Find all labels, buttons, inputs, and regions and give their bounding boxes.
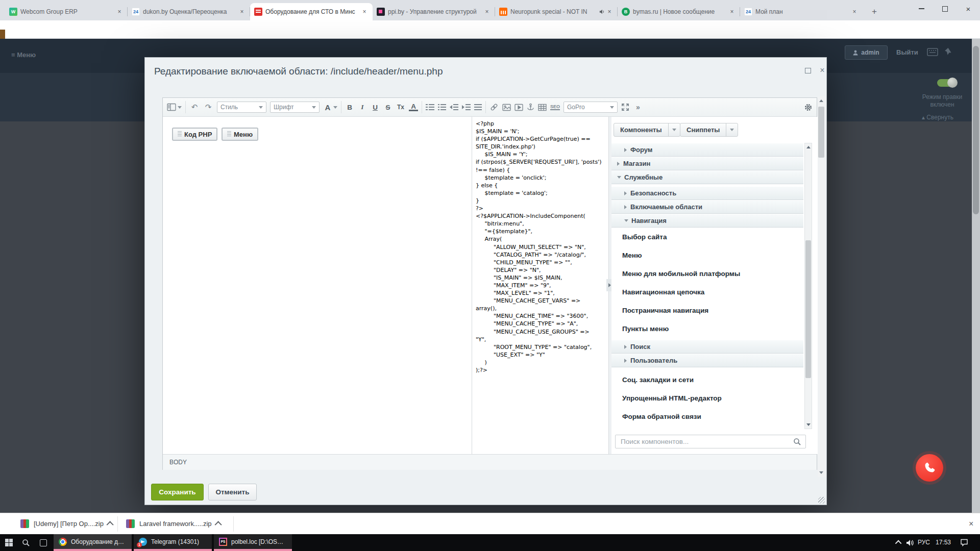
components-search-input[interactable] [620, 437, 793, 446]
scroll-down-icon[interactable] [819, 471, 823, 474]
components-scrollbar[interactable] [804, 143, 812, 429]
scroll-down-icon[interactable] [806, 423, 811, 426]
settings-gear-icon[interactable] [804, 103, 813, 112]
download-chevron-icon[interactable] [106, 521, 113, 528]
bullet-list-icon[interactable] [438, 104, 446, 110]
strikethrough-button[interactable]: S [383, 104, 393, 111]
search-icon[interactable] [793, 438, 801, 446]
component-chip-menu[interactable]: Меню [222, 128, 258, 141]
collapse-panel-button[interactable]: ▴ Свернуть [922, 114, 953, 121]
collapsed-arrow-icon[interactable] [624, 205, 627, 209]
download-filename[interactable]: [Udemy] [Петр Ор....zip [34, 520, 104, 528]
underline-button[interactable]: U [371, 104, 380, 111]
taskbar-app-phpstorm[interactable]: PSpolbel.loc [D:\OSPan... [214, 534, 292, 551]
font-size-button[interactable]: A [323, 103, 337, 112]
component-item-row[interactable]: Постраничная навигация [611, 301, 803, 319]
anchor-icon[interactable] [527, 103, 534, 111]
taskbar-search-icon[interactable] [17, 534, 35, 551]
wysiwyg-pane[interactable]: Код PHP Меню [163, 117, 472, 454]
component-item-row[interactable]: Навигационная цепочка [611, 283, 803, 301]
tab-close-icon[interactable]: × [483, 8, 491, 16]
style-select[interactable]: Стиль [217, 102, 266, 113]
component-item-row[interactable]: Упрощенный HTML-редактор [611, 389, 803, 407]
save-button[interactable]: Сохранить [151, 484, 204, 500]
page-scrollbar[interactable] [972, 39, 980, 513]
page-scrollbar-thumb[interactable] [973, 46, 979, 214]
table-icon[interactable] [538, 104, 547, 111]
italic-button[interactable]: I [358, 103, 367, 111]
window-restore-button[interactable] [933, 0, 957, 17]
collapsed-arrow-icon[interactable] [617, 162, 620, 166]
browser-tab[interactable]: ppi.by - Управление структурой× [373, 3, 495, 20]
language-indicator[interactable]: РУС [918, 539, 930, 546]
collapsed-arrow-icon[interactable] [624, 191, 627, 195]
window-close-button[interactable]: × [957, 0, 980, 17]
browser-tab[interactable]: WWebcom Group ERP× [5, 3, 128, 20]
font-select[interactable]: Шрифт [270, 102, 320, 113]
dialog-maximize-icon[interactable] [804, 67, 812, 74]
component-item-row[interactable]: Пункты меню [611, 319, 803, 338]
scroll-up-icon[interactable] [819, 99, 823, 102]
taskbar-clock[interactable]: 17:53 [936, 539, 951, 546]
collapsed-arrow-icon[interactable] [624, 148, 627, 152]
dialog-scrollbar-thumb[interactable] [818, 107, 824, 158]
php-source-code[interactable]: <?php $IS_MAIN = 'N'; if ($APPLICATION->… [472, 117, 608, 374]
toolbar-more-button[interactable]: » [633, 103, 643, 111]
clear-format-button[interactable]: Tx [396, 104, 405, 111]
video-icon[interactable] [514, 104, 523, 111]
scroll-up-icon[interactable] [806, 146, 811, 148]
redo-icon[interactable]: ↷ [203, 103, 213, 112]
tab-close-icon[interactable]: × [360, 8, 369, 16]
browser-tab[interactable]: Оборудование для СТО в Минс× [250, 3, 373, 20]
component-item-row[interactable]: Соц. закладки и сети [611, 370, 803, 389]
taskbar-app-chrome[interactable]: Оборудование для С... [54, 534, 132, 551]
outdent-icon[interactable] [450, 104, 458, 110]
dropdown-arrow-icon[interactable] [726, 123, 738, 136]
tab-audio-icon[interactable] [599, 9, 605, 15]
tab-close-icon[interactable]: × [728, 8, 736, 16]
callback-phone-button[interactable] [916, 454, 943, 482]
download-item[interactable]: Laravel framework.....zip [126, 513, 222, 534]
component-item-row[interactable]: Меню [611, 246, 803, 264]
component-category-row[interactable]: Служебные [611, 170, 803, 184]
component-category-row[interactable]: Пользователь [611, 354, 803, 367]
component-category-row[interactable]: Навигация [611, 214, 803, 228]
tab-close-icon[interactable]: × [605, 8, 614, 16]
justify-icon[interactable] [474, 104, 482, 110]
browser-tab[interactable]: Bbymas.ru | Новое сообщение× [618, 3, 740, 20]
edit-mode-toggle[interactable] [937, 79, 954, 87]
start-button[interactable] [0, 534, 17, 551]
dialog-close-icon[interactable]: × [819, 67, 826, 74]
collapsed-arrow-icon[interactable] [624, 359, 627, 363]
component-item-row[interactable]: Выбор сайта [611, 228, 803, 246]
image-icon[interactable] [502, 104, 511, 111]
bitrix-user-button[interactable]: admin [845, 45, 888, 60]
taskbar-app-telegram[interactable]: 1Telegram (14301) [134, 534, 212, 551]
keyboard-icon[interactable] [927, 48, 938, 56]
code-pane[interactable]: <?php $IS_MAIN = 'N'; if ($APPLICATION->… [472, 117, 608, 454]
template-select[interactable]: GoPro [564, 102, 618, 113]
collapsed-arrow-icon[interactable] [624, 345, 627, 349]
bitrix-menu-button[interactable]: ≡ Меню [11, 51, 36, 59]
browser-tab[interactable]: 24Мой план× [740, 3, 863, 20]
text-color-button[interactable]: A [409, 103, 418, 111]
component-category-row[interactable]: Безопасность [611, 186, 803, 200]
browser-tab[interactable]: Neuropunk special - NOT IN× [495, 3, 618, 20]
component-category-row[interactable]: Форум [611, 143, 803, 157]
download-filename[interactable]: Laravel framework.....zip [139, 520, 212, 528]
component-category-row[interactable]: Магазин [611, 157, 803, 170]
link-icon[interactable] [489, 103, 499, 111]
cancel-button[interactable]: Отменить [208, 484, 257, 500]
browser-tab[interactable]: 24dukon.by Оценка/Переоценка× [128, 3, 250, 20]
ordered-list-icon[interactable] [426, 104, 434, 110]
components-tab-button[interactable]: Компоненты [614, 123, 680, 137]
tab-close-icon[interactable]: × [238, 8, 246, 16]
editor-status-bar[interactable]: BODY [163, 454, 817, 470]
expanded-arrow-icon[interactable] [617, 176, 621, 179]
expanded-arrow-icon[interactable] [624, 219, 628, 222]
dropdown-arrow-icon[interactable] [668, 123, 680, 136]
indent-icon[interactable] [462, 104, 471, 110]
fullscreen-icon[interactable] [621, 103, 629, 111]
tab-close-icon[interactable]: × [850, 8, 859, 16]
view-mode-button[interactable] [167, 103, 182, 111]
